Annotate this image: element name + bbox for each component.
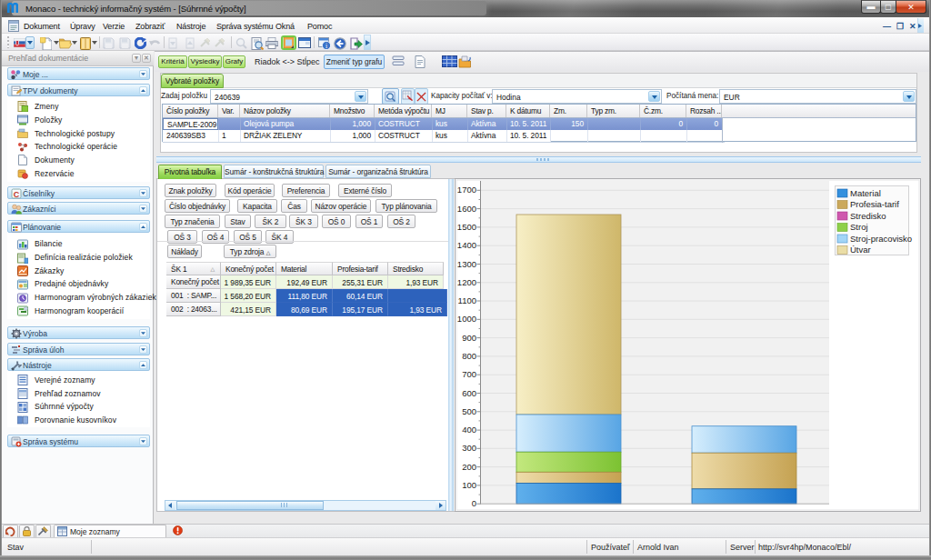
svg-text:Material: Material (850, 188, 881, 198)
svg-text:1300: 1300 (457, 259, 476, 269)
svg-text:0: 0 (472, 498, 476, 508)
svg-text:400: 400 (462, 425, 476, 435)
svg-text:1200: 1200 (457, 277, 476, 287)
svg-text:i: i (325, 42, 327, 50)
svg-text:Stredisko: Stredisko (850, 211, 886, 221)
svg-text:Profesia-tarif: Profesia-tarif (850, 199, 899, 209)
svg-text:200: 200 (462, 462, 476, 472)
svg-text:1500: 1500 (457, 222, 476, 232)
svg-text:Stroj-pracovisko: Stroj-pracovisko (850, 234, 912, 244)
svg-text:1000: 1000 (457, 314, 476, 324)
svg-text:Útvar: Útvar (850, 245, 871, 255)
svg-text:800: 800 (462, 351, 476, 361)
svg-text:Stroj: Stroj (850, 222, 868, 232)
svg-text:1600: 1600 (457, 204, 476, 214)
svg-text:300: 300 (462, 443, 476, 453)
svg-text:1400: 1400 (457, 240, 476, 250)
svg-text:1700: 1700 (457, 185, 476, 195)
svg-text:600: 600 (462, 388, 476, 398)
svg-text:100: 100 (462, 480, 476, 490)
svg-text:700: 700 (462, 369, 476, 379)
svg-text:500: 500 (462, 406, 476, 416)
svg-text:1100: 1100 (458, 295, 476, 305)
svg-text:900: 900 (462, 333, 476, 343)
svg-text:C: C (14, 190, 20, 199)
